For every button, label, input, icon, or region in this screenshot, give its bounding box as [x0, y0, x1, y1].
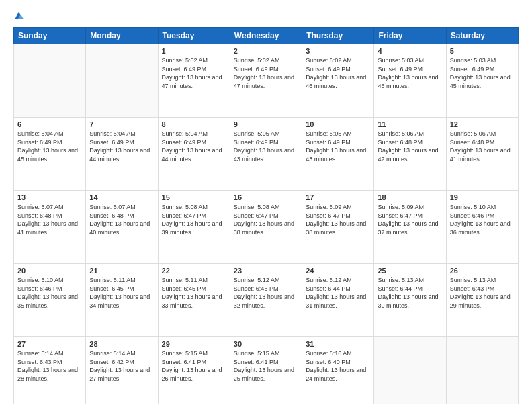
day-number: 16 [234, 193, 298, 201]
day-number: 28 [89, 340, 154, 348]
day-cell: 20Sunrise: 5:10 AM Sunset: 6:46 PM Dayli… [14, 264, 86, 337]
day-cell: 22Sunrise: 5:11 AM Sunset: 6:45 PM Dayli… [158, 264, 230, 337]
day-info: Sunrise: 5:03 AM Sunset: 6:49 PM Dayligh… [378, 56, 442, 90]
day-cell: 28Sunrise: 5:14 AM Sunset: 6:42 PM Dayli… [86, 337, 158, 404]
header [13, 11, 519, 20]
week-row-5: 27Sunrise: 5:14 AM Sunset: 6:43 PM Dayli… [14, 337, 519, 404]
day-cell: 7Sunrise: 5:04 AM Sunset: 6:49 PM Daylig… [86, 118, 158, 191]
day-info: Sunrise: 5:04 AM Sunset: 6:49 PM Dayligh… [162, 130, 226, 163]
day-cell: 5Sunrise: 5:03 AM Sunset: 6:49 PM Daylig… [446, 44, 518, 118]
day-number: 13 [17, 193, 82, 201]
day-info: Sunrise: 5:14 AM Sunset: 6:42 PM Dayligh… [89, 349, 154, 383]
day-number: 11 [378, 120, 442, 128]
day-info: Sunrise: 5:05 AM Sunset: 6:49 PM Dayligh… [234, 130, 298, 163]
logo [13, 11, 24, 20]
day-info: Sunrise: 5:05 AM Sunset: 6:49 PM Dayligh… [306, 130, 370, 163]
day-number: 20 [17, 267, 82, 275]
day-cell: 30Sunrise: 5:15 AM Sunset: 6:41 PM Dayli… [230, 337, 302, 404]
day-info: Sunrise: 5:02 AM Sunset: 6:49 PM Dayligh… [162, 56, 226, 90]
day-cell: 25Sunrise: 5:13 AM Sunset: 6:44 PM Dayli… [374, 264, 446, 337]
day-cell: 31Sunrise: 5:16 AM Sunset: 6:40 PM Dayli… [302, 337, 374, 404]
day-info: Sunrise: 5:13 AM Sunset: 6:43 PM Dayligh… [450, 276, 515, 310]
day-cell: 26Sunrise: 5:13 AM Sunset: 6:43 PM Dayli… [446, 264, 518, 337]
day-info: Sunrise: 5:11 AM Sunset: 6:45 PM Dayligh… [162, 276, 226, 310]
day-cell: 4Sunrise: 5:03 AM Sunset: 6:49 PM Daylig… [374, 44, 446, 118]
day-number: 19 [450, 193, 515, 201]
day-number: 10 [306, 120, 370, 128]
day-number: 27 [17, 340, 82, 348]
day-info: Sunrise: 5:04 AM Sunset: 6:49 PM Dayligh… [89, 130, 154, 163]
day-info: Sunrise: 5:14 AM Sunset: 6:43 PM Dayligh… [17, 349, 82, 383]
day-cell: 1Sunrise: 5:02 AM Sunset: 6:49 PM Daylig… [158, 44, 230, 118]
day-info: Sunrise: 5:10 AM Sunset: 6:46 PM Dayligh… [17, 276, 82, 310]
day-number: 6 [17, 120, 82, 128]
day-number: 12 [450, 120, 515, 128]
day-cell: 16Sunrise: 5:08 AM Sunset: 6:47 PM Dayli… [230, 191, 302, 264]
day-number: 9 [234, 120, 298, 128]
day-cell: 11Sunrise: 5:06 AM Sunset: 6:48 PM Dayli… [374, 118, 446, 191]
weekday-header-thursday: Thursday [302, 28, 374, 44]
day-info: Sunrise: 5:09 AM Sunset: 6:47 PM Dayligh… [306, 203, 370, 236]
day-cell: 14Sunrise: 5:07 AM Sunset: 6:48 PM Dayli… [86, 191, 158, 264]
day-cell: 19Sunrise: 5:10 AM Sunset: 6:46 PM Dayli… [446, 191, 518, 264]
day-cell: 9Sunrise: 5:05 AM Sunset: 6:49 PM Daylig… [230, 118, 302, 191]
calendar: SundayMondayTuesdayWednesdayThursdayFrid… [13, 27, 519, 404]
day-info: Sunrise: 5:16 AM Sunset: 6:40 PM Dayligh… [306, 349, 370, 383]
day-cell [86, 44, 158, 118]
weekday-header-row: SundayMondayTuesdayWednesdayThursdayFrid… [14, 28, 519, 44]
day-number: 7 [89, 120, 154, 128]
day-cell: 3Sunrise: 5:02 AM Sunset: 6:49 PM Daylig… [302, 44, 374, 118]
day-info: Sunrise: 5:02 AM Sunset: 6:49 PM Dayligh… [306, 56, 370, 90]
day-info: Sunrise: 5:11 AM Sunset: 6:45 PM Dayligh… [89, 276, 154, 310]
day-cell [14, 44, 86, 118]
day-number: 5 [450, 47, 515, 55]
day-number: 15 [162, 193, 226, 201]
day-number: 31 [306, 340, 370, 348]
day-number: 29 [162, 340, 226, 348]
day-cell: 6Sunrise: 5:04 AM Sunset: 6:49 PM Daylig… [14, 118, 86, 191]
day-cell: 15Sunrise: 5:08 AM Sunset: 6:47 PM Dayli… [158, 191, 230, 264]
day-cell: 27Sunrise: 5:14 AM Sunset: 6:43 PM Dayli… [14, 337, 86, 404]
day-number: 14 [89, 193, 154, 201]
day-info: Sunrise: 5:12 AM Sunset: 6:44 PM Dayligh… [306, 276, 370, 310]
weekday-header-saturday: Saturday [446, 28, 518, 44]
day-cell: 2Sunrise: 5:02 AM Sunset: 6:49 PM Daylig… [230, 44, 302, 118]
day-number: 1 [162, 47, 226, 55]
day-info: Sunrise: 5:10 AM Sunset: 6:46 PM Dayligh… [450, 203, 515, 236]
weekday-header-monday: Monday [86, 28, 158, 44]
page: SundayMondayTuesdayWednesdayThursdayFrid… [0, 0, 532, 411]
day-cell: 10Sunrise: 5:05 AM Sunset: 6:49 PM Dayli… [302, 118, 374, 191]
weekday-header-sunday: Sunday [14, 28, 86, 44]
day-info: Sunrise: 5:06 AM Sunset: 6:48 PM Dayligh… [450, 130, 515, 163]
day-cell: 23Sunrise: 5:12 AM Sunset: 6:45 PM Dayli… [230, 264, 302, 337]
day-number: 30 [234, 340, 298, 348]
day-cell: 18Sunrise: 5:09 AM Sunset: 6:47 PM Dayli… [374, 191, 446, 264]
weekday-header-friday: Friday [374, 28, 446, 44]
week-row-2: 6Sunrise: 5:04 AM Sunset: 6:49 PM Daylig… [14, 118, 519, 191]
day-cell [446, 337, 518, 404]
day-info: Sunrise: 5:15 AM Sunset: 6:41 PM Dayligh… [234, 349, 298, 383]
day-number: 2 [234, 47, 298, 55]
day-number: 24 [306, 267, 370, 275]
day-cell: 12Sunrise: 5:06 AM Sunset: 6:48 PM Dayli… [446, 118, 518, 191]
day-info: Sunrise: 5:02 AM Sunset: 6:49 PM Dayligh… [234, 56, 298, 90]
weekday-header-tuesday: Tuesday [158, 28, 230, 44]
week-row-3: 13Sunrise: 5:07 AM Sunset: 6:48 PM Dayli… [14, 191, 519, 264]
day-info: Sunrise: 5:04 AM Sunset: 6:49 PM Dayligh… [17, 130, 82, 163]
day-number: 8 [162, 120, 226, 128]
logo-icon [14, 11, 24, 20]
week-row-4: 20Sunrise: 5:10 AM Sunset: 6:46 PM Dayli… [14, 264, 519, 337]
day-info: Sunrise: 5:07 AM Sunset: 6:48 PM Dayligh… [89, 203, 154, 236]
day-number: 18 [378, 193, 442, 201]
day-cell: 29Sunrise: 5:15 AM Sunset: 6:41 PM Dayli… [158, 337, 230, 404]
day-number: 26 [450, 267, 515, 275]
day-info: Sunrise: 5:15 AM Sunset: 6:41 PM Dayligh… [162, 349, 226, 383]
weekday-header-wednesday: Wednesday [230, 28, 302, 44]
day-number: 21 [89, 267, 154, 275]
day-info: Sunrise: 5:06 AM Sunset: 6:48 PM Dayligh… [378, 130, 442, 163]
day-info: Sunrise: 5:03 AM Sunset: 6:49 PM Dayligh… [450, 56, 515, 90]
day-number: 17 [306, 193, 370, 201]
day-number: 4 [378, 47, 442, 55]
day-cell: 24Sunrise: 5:12 AM Sunset: 6:44 PM Dayli… [302, 264, 374, 337]
day-info: Sunrise: 5:12 AM Sunset: 6:45 PM Dayligh… [234, 276, 298, 310]
